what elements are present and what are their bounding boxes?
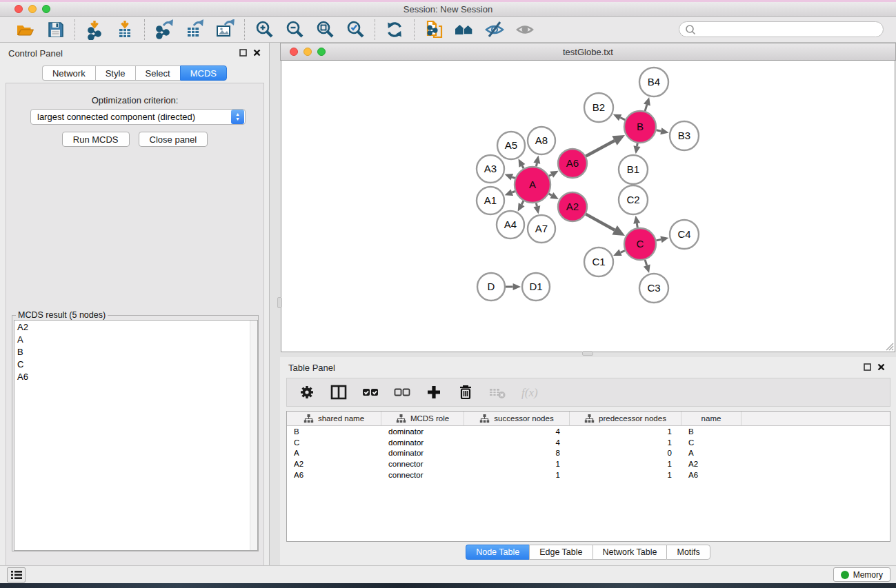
zoom-fit-button[interactable] bbox=[312, 19, 338, 41]
split-columns-button[interactable] bbox=[327, 381, 350, 404]
search-icon bbox=[685, 24, 696, 35]
export-network-icon bbox=[154, 19, 175, 40]
table-panel-tabs: Node TableEdge TableNetwork TableMotifs bbox=[280, 545, 896, 560]
memory-status-icon bbox=[841, 571, 849, 579]
mcds-result-list[interactable]: A2ABCA6 bbox=[14, 320, 258, 551]
deselect-all-icon bbox=[392, 382, 412, 403]
column-header-shared-name[interactable]: shared name bbox=[287, 412, 381, 425]
add-row-button[interactable] bbox=[422, 381, 446, 404]
tab-select[interactable]: Select bbox=[135, 65, 180, 81]
cell-predecessor-nodes: 1 bbox=[570, 471, 681, 479]
zoom-in-button[interactable] bbox=[251, 19, 277, 41]
graph-node-label-A7: A7 bbox=[535, 223, 548, 234]
graph-node-label-A: A bbox=[529, 179, 536, 190]
zoom-out-button[interactable] bbox=[281, 19, 308, 41]
column-header-predecessor-nodes[interactable]: predecessor nodes bbox=[570, 412, 681, 425]
graph-node-label-A8: A8 bbox=[535, 134, 548, 146]
show-all-button[interactable] bbox=[512, 19, 538, 41]
first-neighbors-icon bbox=[454, 19, 475, 40]
tab-edge-table[interactable]: Edge Table bbox=[529, 545, 592, 560]
export-network-button[interactable] bbox=[151, 19, 177, 41]
export-table-button[interactable] bbox=[181, 19, 208, 41]
save-button[interactable] bbox=[42, 19, 68, 41]
node-table[interactable]: shared nameMCDS rolesuccessor nodesprede… bbox=[286, 411, 890, 542]
memory-button[interactable]: Memory bbox=[833, 567, 890, 582]
svg-text:f(x): f(x) bbox=[521, 386, 538, 399]
search-box[interactable] bbox=[679, 21, 884, 37]
divider-grip-left[interactable] bbox=[277, 297, 282, 308]
first-neighbors-button[interactable] bbox=[451, 19, 477, 41]
select-all-button[interactable] bbox=[359, 381, 382, 404]
graph-node-label-D1: D1 bbox=[529, 281, 542, 292]
cell-name: A6 bbox=[681, 471, 741, 479]
close-panel-icon[interactable] bbox=[253, 47, 261, 59]
table-row[interactable]: Cdominator41C bbox=[287, 437, 890, 448]
import-table-icon bbox=[115, 19, 135, 40]
mcds-result-item[interactable]: B bbox=[14, 345, 257, 358]
close-panel-icon[interactable] bbox=[877, 361, 885, 374]
column-header-name[interactable]: name bbox=[681, 412, 741, 425]
main-toolbar bbox=[0, 17, 896, 43]
tab-mcds[interactable]: MCDS bbox=[180, 65, 227, 81]
cell-MCDS-role: dominator bbox=[381, 427, 464, 436]
column-header-successor-nodes[interactable]: successor nodes bbox=[464, 412, 570, 425]
import-table-button[interactable] bbox=[112, 19, 138, 41]
close-panel-button[interactable]: Close panel bbox=[139, 132, 208, 147]
open-folder-icon bbox=[14, 19, 35, 40]
table-row[interactable]: A2connector11A2 bbox=[287, 458, 890, 469]
deselect-all-button[interactable] bbox=[390, 381, 414, 404]
import-network-button[interactable] bbox=[81, 19, 108, 41]
fx-icon: f(x) bbox=[519, 382, 539, 403]
task-history-button[interactable] bbox=[7, 567, 26, 582]
cell-successor-nodes: 4 bbox=[464, 438, 570, 447]
cell-shared-name: A6 bbox=[287, 471, 381, 479]
tab-network[interactable]: Network bbox=[42, 65, 95, 81]
cell-MCDS-role: dominator bbox=[381, 438, 464, 447]
delete-row-icon bbox=[455, 382, 476, 403]
scrollbar-track[interactable] bbox=[250, 321, 257, 550]
mcds-result-item[interactable]: A2 bbox=[14, 321, 257, 333]
cell-name: A bbox=[681, 449, 741, 457]
new-network-from-selection-button[interactable] bbox=[421, 19, 447, 41]
zoom-selected-button[interactable] bbox=[342, 19, 368, 41]
open-folder-button[interactable] bbox=[12, 19, 38, 41]
graph-node-label-A6: A6 bbox=[566, 157, 579, 169]
divider-grip-bottom[interactable] bbox=[582, 351, 593, 356]
graph-node-label-D: D bbox=[488, 281, 495, 292]
network-canvas[interactable]: B4B2BB3B1A5A8A6A3AA1A4A7A2C2CC4C1C3DD1 bbox=[281, 61, 895, 352]
mcds-tab-content: Optimization criterion: largest connecte… bbox=[6, 83, 264, 588]
delete-row-button[interactable] bbox=[454, 381, 477, 404]
resize-grip-icon[interactable] bbox=[886, 343, 894, 351]
tab-node-table[interactable]: Node Table bbox=[466, 545, 529, 560]
cell-name: A2 bbox=[681, 460, 741, 468]
hierarchy-icon bbox=[584, 414, 595, 423]
column-header-MCDS-role[interactable]: MCDS role bbox=[381, 412, 464, 425]
float-panel-icon[interactable] bbox=[239, 47, 247, 59]
table-panel-header: Table Panel bbox=[280, 357, 896, 378]
tab-motifs[interactable]: Motifs bbox=[666, 545, 710, 560]
criterion-dropdown[interactable]: largest connected component (directed) ▲… bbox=[30, 109, 246, 125]
mcds-result-item[interactable]: A6 bbox=[14, 370, 257, 383]
zoom-fit-icon bbox=[315, 19, 335, 40]
refresh-button[interactable] bbox=[381, 19, 408, 41]
export-table-icon bbox=[184, 19, 205, 40]
tab-style[interactable]: Style bbox=[95, 65, 135, 81]
table-row[interactable]: A6connector11A6 bbox=[287, 469, 890, 480]
mcds-result-item[interactable]: A bbox=[14, 333, 257, 345]
graph-node-label-C1: C1 bbox=[592, 256, 605, 267]
cell-name: B bbox=[681, 427, 741, 436]
mcds-result-item[interactable]: C bbox=[14, 358, 257, 370]
table-row[interactable]: Adominator80A bbox=[287, 448, 890, 459]
tab-network-table[interactable]: Network Table bbox=[593, 545, 667, 560]
new-network-from-selection-icon bbox=[424, 19, 444, 40]
cell-successor-nodes: 4 bbox=[464, 427, 570, 436]
search-input[interactable] bbox=[699, 25, 877, 34]
export-image-icon bbox=[215, 19, 235, 40]
gear-button[interactable] bbox=[295, 381, 319, 404]
hide-selected-button[interactable] bbox=[481, 19, 508, 41]
export-image-button[interactable] bbox=[212, 19, 238, 41]
run-mcds-button[interactable]: Run MCDS bbox=[62, 132, 130, 147]
cell-predecessor-nodes: 0 bbox=[570, 449, 681, 457]
table-row[interactable]: Bdominator41B bbox=[287, 426, 890, 437]
float-panel-icon[interactable] bbox=[864, 361, 871, 374]
